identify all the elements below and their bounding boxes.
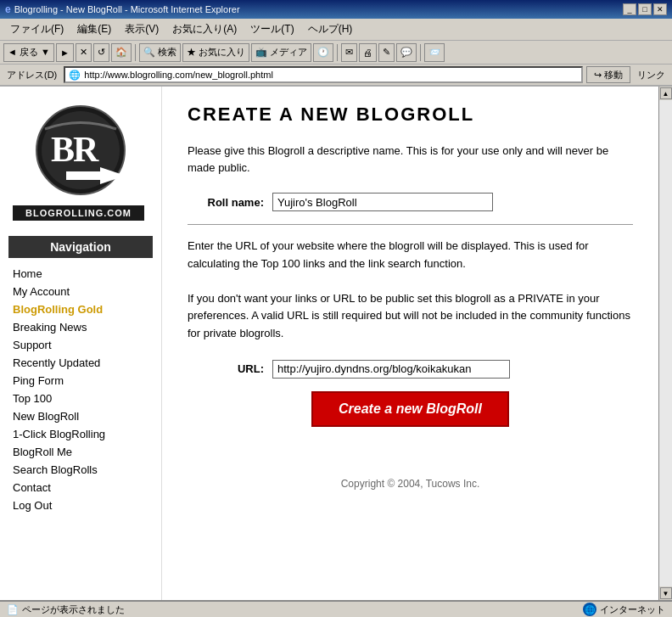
mail-button[interactable]: ✉ xyxy=(341,43,357,62)
close-button[interactable]: ✕ xyxy=(653,3,667,15)
stop-button[interactable]: ✕ xyxy=(76,43,92,62)
roll-name-input[interactable] xyxy=(272,193,493,211)
nav-1click[interactable]: 1-Click BlogRolling xyxy=(0,425,161,443)
divider-1 xyxy=(188,224,633,225)
go-arrow-icon: ↪ xyxy=(594,70,602,80)
nav-logout[interactable]: Log Out xyxy=(0,496,161,514)
zone-label: インターネット xyxy=(600,603,665,616)
search-button[interactable]: 🔍 検索 xyxy=(139,43,181,62)
roll-name-row: Roll name: xyxy=(188,193,633,211)
nav-breaking-news[interactable]: Breaking News xyxy=(0,318,161,336)
maximize-button[interactable]: □ xyxy=(638,3,652,15)
menu-tools[interactable]: ツール(T) xyxy=(244,20,300,38)
scroll-up-button[interactable]: ▲ xyxy=(660,87,672,99)
nav-recently-updated[interactable]: Recently Updated xyxy=(0,354,161,372)
svg-rect-4 xyxy=(66,171,104,180)
scroll-down-button[interactable]: ▼ xyxy=(660,587,672,599)
create-blogroll-button[interactable]: Create a new BlogRoll xyxy=(311,391,509,427)
logo-area: BR BLOGROLLING.COM xyxy=(0,95,161,229)
favorites-button[interactable]: ★ お気に入り xyxy=(182,43,249,62)
home-button[interactable]: 🏠 xyxy=(111,43,132,62)
nav-blogroll-me[interactable]: BlogRoll Me xyxy=(0,443,161,461)
site-logo: BR xyxy=(15,104,147,201)
window-title: Blogrolling - New BlogRoll - Microsoft I… xyxy=(14,4,240,14)
internet-zone-icon: 🌐 xyxy=(583,603,596,616)
media-button[interactable]: 📺 メディア xyxy=(251,43,311,62)
description-3: If you don't want your links or URL to b… xyxy=(188,290,633,343)
menu-help[interactable]: ヘルプ(H) xyxy=(301,20,360,38)
url-label: URL: xyxy=(188,362,264,375)
address-label: アドレス(D) xyxy=(3,69,60,81)
page-title: CREATE A NEW BLOGROLL xyxy=(188,104,633,126)
description-2: Enter the URL of your website where the … xyxy=(188,238,633,273)
forward-button[interactable]: ► xyxy=(56,43,74,62)
print-button[interactable]: 🖨 xyxy=(359,43,377,62)
page-icon: 📄 xyxy=(7,604,19,615)
page-content: BR BLOGROLLING.COM Navigation Home My Ac… xyxy=(0,87,658,600)
nav-gold[interactable]: BlogRolling Gold xyxy=(0,300,161,318)
menu-file[interactable]: ファイル(F) xyxy=(3,20,70,38)
nav-search[interactable]: Search BlogRolls xyxy=(0,461,161,479)
description-1: Please give this Blogroll a descriptive … xyxy=(188,143,633,176)
scroll-track[interactable] xyxy=(659,100,672,586)
menu-bar: ファイル(F) 編集(E) 表示(V) お気に入り(A) ツール(T) ヘルプ(… xyxy=(0,19,672,41)
status-bar: 📄 ページが表示されました 🌐 インターネット xyxy=(0,600,672,617)
roll-name-label: Roll name: xyxy=(188,196,264,209)
status-left: 📄 ページが表示されました xyxy=(7,603,125,616)
edit-button[interactable]: ✎ xyxy=(378,43,395,62)
minimize-button[interactable]: _ xyxy=(623,3,636,15)
toolbar: ◄ 戻る ▼ ► ✕ ↺ 🏠 🔍 検索 ★ お気に入り 📺 メディア 🕐 ✉ 🖨… xyxy=(0,41,672,65)
links-label: リンク xyxy=(634,69,669,81)
copyright: Copyright © 2004, Tucows Inc. xyxy=(188,461,633,490)
status-text: ページが表示されました xyxy=(22,603,125,616)
address-input[interactable] xyxy=(84,70,578,80)
back-button[interactable]: ◄ 戻る ▼ xyxy=(3,43,54,62)
nav-home[interactable]: Home xyxy=(0,265,161,283)
menu-favorites[interactable]: お気に入り(A) xyxy=(165,20,244,38)
url-input[interactable] xyxy=(272,360,510,379)
svg-text:BR: BR xyxy=(51,130,99,169)
sidebar: BR BLOGROLLING.COM Navigation Home My Ac… xyxy=(0,87,161,600)
history-button[interactable]: 🕐 xyxy=(313,43,333,62)
title-bar: e Blogrolling - New BlogRoll - Microsoft… xyxy=(0,0,672,19)
main-content: CREATE A NEW BLOGROLL Please give this B… xyxy=(161,87,658,600)
status-right: 🌐 インターネット xyxy=(583,603,665,616)
nav-contact[interactable]: Contact xyxy=(0,479,161,496)
messenger-button[interactable]: 📨 xyxy=(424,43,445,62)
menu-view[interactable]: 表示(V) xyxy=(118,20,165,38)
refresh-button[interactable]: ↺ xyxy=(93,43,109,62)
nav-support[interactable]: Support xyxy=(0,336,161,354)
nav-top-100[interactable]: Top 100 xyxy=(0,390,161,407)
address-bar: アドレス(D) 🌐 ↪ 移動 リンク xyxy=(0,65,672,87)
nav-header: Navigation xyxy=(8,236,153,258)
nav-my-account[interactable]: My Account xyxy=(0,283,161,300)
nav-ping-form[interactable]: Ping Form xyxy=(0,372,161,390)
go-button[interactable]: ↪ 移動 xyxy=(586,66,630,83)
nav-new-blogroll[interactable]: New BlogRoll xyxy=(0,407,161,425)
menu-edit[interactable]: 編集(E) xyxy=(70,20,118,38)
scrollbar[interactable]: ▲ ▼ xyxy=(658,87,672,600)
window-controls[interactable]: _ □ ✕ xyxy=(623,3,667,15)
url-row: URL: xyxy=(188,360,633,379)
discuss-button[interactable]: 💬 xyxy=(396,43,417,62)
